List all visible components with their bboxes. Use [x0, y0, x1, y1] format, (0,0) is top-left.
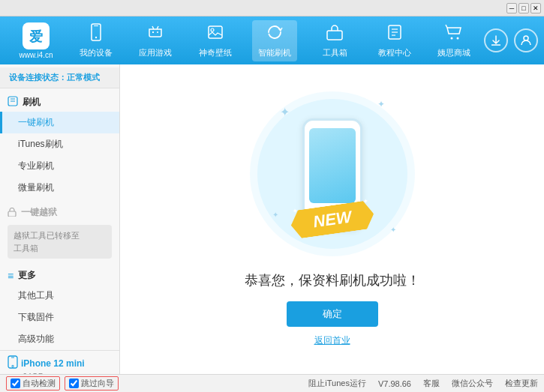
sidebar-other-tools-label: 其他工具 [18, 290, 54, 301]
star-1: ✦ [280, 105, 290, 119]
nav-item-toolbox[interactable]: 工具箱 [312, 20, 357, 61]
sidebar-item-other-tools[interactable]: 其他工具 [0, 285, 119, 307]
phone-screen [309, 128, 356, 203]
svg-rect-23 [8, 211, 16, 217]
svg-rect-8 [209, 26, 222, 38]
new-badge-text: NEW [311, 208, 352, 232]
nav-item-wallpaper[interactable]: 神奇壁纸 [193, 20, 238, 61]
device-icon [8, 355, 18, 372]
star-2: ✦ [377, 99, 385, 109]
footer-bar: 自动检测 跳过向导 阻止iTunes运行 V7.98.66 客服 微信公众号 检… [0, 374, 544, 392]
nav-item-app-game[interactable]: 应用游戏 [133, 20, 178, 61]
auto-check-checkbox[interactable] [11, 379, 20, 388]
user-button[interactable] [514, 28, 538, 52]
customer-service-link[interactable]: 客服 [423, 378, 440, 389]
svg-point-19 [524, 36, 528, 40]
sidebar-notice: 越狱工具已转移至工具箱 [8, 225, 112, 259]
stop-itunes-text: 阻止iTunes运行 [308, 378, 366, 389]
nav-label-store: 姨思商城 [437, 47, 470, 58]
check-update-link[interactable]: 检查更新 [505, 378, 538, 389]
lock-icon [8, 207, 17, 219]
nav-label-toolbox: 工具箱 [323, 47, 347, 58]
main-area: 设备连接状态：正常模式 刷机 一键刷机 iTunes刷机 专业刷机 微量刷机 [0, 64, 544, 374]
wechat-official-link[interactable]: 微信公众号 [452, 378, 493, 389]
nav-item-store[interactable]: 姨思商城 [431, 20, 476, 61]
skip-wizard-label: 跳过向导 [81, 378, 114, 389]
sidebar-more-header: ≡ 更多 [0, 265, 119, 285]
footer-left: 自动检测 跳过向导 [6, 376, 119, 391]
device-storage: 64GB [8, 372, 112, 374]
status-value: 正常模式 [67, 73, 100, 82]
device-section: iPhone 12 mini 64GB Down-12mini-13,1 [0, 350, 119, 374]
sidebar-flash-label: 刷机 [23, 96, 41, 109]
svg-point-26 [12, 365, 14, 367]
svg-rect-10 [327, 31, 342, 40]
sidebar-item-download-fw[interactable]: 下载固件 [0, 307, 119, 328]
sidebar-jailbreak-section: 一键越狱 越狱工具已转移至工具箱 [0, 202, 119, 262]
nav-label-tutorial: 教程中心 [378, 47, 411, 58]
nav-items: 我的设备 应用游戏 神奇壁纸 智能刷机 工具箱 [66, 20, 484, 61]
skip-wizard-checkbox[interactable] [69, 379, 79, 388]
more-section-icon: ≡ [8, 270, 14, 282]
status-prefix: 设备连接状态： [9, 73, 67, 82]
minimize-button[interactable]: ─ [506, 3, 517, 13]
success-text: 恭喜您，保资料刷机成功啦！ [245, 271, 420, 289]
star-3: ✦ [390, 226, 396, 234]
sidebar-item-save[interactable]: 微量刷机 [0, 177, 119, 199]
my-device-icon [87, 23, 105, 46]
download-button[interactable] [484, 28, 508, 52]
svg-line-17 [446, 25, 447, 28]
nav-right [484, 28, 538, 52]
new-badge: NEW ✦ ✦ [290, 205, 374, 234]
sidebar-onekey-label: 一键刷机 [18, 117, 54, 127]
footer-right: 阻止iTunes运行 V7.98.66 客服 微信公众号 检查更新 [308, 378, 538, 389]
nav-item-my-device[interactable]: 我的设备 [74, 20, 119, 61]
toolbox-icon [326, 23, 344, 46]
svg-point-4 [95, 36, 97, 37]
sidebar-pro-label: 专业刷机 [18, 160, 54, 171]
svg-point-9 [211, 28, 214, 31]
app-logo: 爱 www.i4.cn [6, 22, 66, 59]
phone-illustration: ✦ ✦ ✦ ✦ NEW ✦ ✦ [257, 91, 407, 256]
svg-point-15 [451, 37, 453, 39]
skip-wizard-item: 跳过向导 [65, 376, 119, 391]
nav-item-tutorial[interactable]: 教程中心 [372, 20, 417, 61]
sidebar-jailbreak-header: 一键越狱 [0, 202, 119, 222]
svg-point-7 [157, 31, 158, 33]
content-area: ✦ ✦ ✦ ✦ NEW ✦ ✦ [120, 64, 544, 374]
sidebar-item-pro[interactable]: 专业刷机 [0, 155, 119, 177]
back-home-link[interactable]: 返回首业 [314, 334, 350, 347]
sidebar-itunes-label: iTunes刷机 [18, 139, 63, 149]
restore-button[interactable]: □ [518, 3, 529, 13]
nav-label-my-device: 我的设备 [80, 47, 113, 58]
logo-icon: 爱 [23, 22, 50, 49]
auto-check-item: 自动检测 [6, 376, 60, 391]
title-bar: ─ □ ✕ [0, 0, 544, 16]
logo-text: www.i4.cn [19, 51, 53, 59]
tutorial-icon [386, 23, 404, 46]
sidebar-item-advanced[interactable]: 高级功能 [0, 328, 119, 350]
nav-item-smart-flash[interactable]: 智能刷机 [252, 20, 297, 61]
sidebar-more-section: ≡ 更多 其他工具 下载固件 高级功能 [0, 265, 119, 350]
nav-label-wallpaper: 神奇壁纸 [199, 47, 232, 58]
auto-check-label: 自动检测 [23, 378, 56, 389]
star-4: ✦ [272, 211, 278, 219]
close-button[interactable]: ✕ [530, 3, 541, 13]
sidebar-more-label: 更多 [18, 269, 36, 282]
sidebar-download-fw-label: 下载固件 [18, 312, 54, 322]
sidebar-notice-text: 越狱工具已转移至工具箱 [14, 231, 80, 253]
sidebar: 设备连接状态：正常模式 刷机 一键刷机 iTunes刷机 专业刷机 微量刷机 [0, 64, 120, 374]
sidebar-item-itunes[interactable]: iTunes刷机 [0, 133, 119, 155]
nav-label-app-game: 应用游戏 [139, 47, 172, 58]
sidebar-advanced-label: 高级功能 [18, 334, 54, 344]
device-name: iPhone 12 mini [21, 358, 85, 369]
nav-bar: 爱 www.i4.cn 我的设备 应用游戏 神奇壁纸 [0, 16, 544, 64]
confirm-button[interactable]: 确定 [287, 301, 378, 327]
sidebar-jailbreak-label: 一键越狱 [21, 206, 57, 219]
flash-section-icon [8, 96, 18, 109]
sidebar-item-onekey[interactable]: 一键刷机 [0, 112, 119, 133]
svg-text:爱: 爱 [29, 29, 43, 44]
svg-rect-3 [94, 25, 98, 26]
device-header: iPhone 12 mini [8, 355, 112, 372]
svg-point-16 [457, 37, 459, 39]
